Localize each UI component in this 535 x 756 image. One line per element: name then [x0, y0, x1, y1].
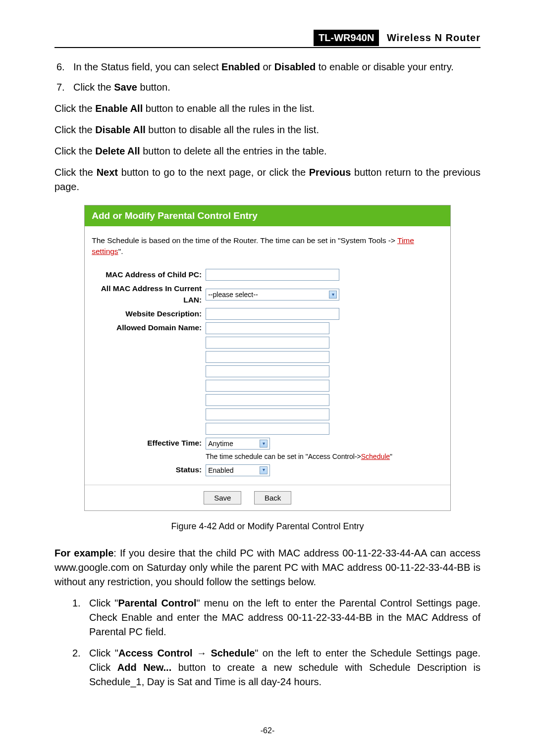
text: Click " [89, 598, 118, 608]
text: " [390, 453, 392, 460]
para-enable-all: Click the Enable All button to enable al… [54, 101, 481, 116]
para-delete-all: Click the Delete All button to delete al… [54, 144, 481, 158]
domain-input-8[interactable] [206, 423, 329, 435]
label-domain: Allowed Domain Name: [92, 322, 206, 333]
bold: Disable All [95, 124, 146, 135]
domain-input-6[interactable] [206, 394, 329, 406]
label-mac: MAC Address of Child PC: [92, 269, 206, 280]
row-allmac: All MAC Address In Current LAN: --please… [92, 283, 443, 305]
domain-input-1[interactable] [206, 322, 329, 334]
step-number: 6. [56, 60, 73, 74]
model-badge: TL-WR940N [314, 30, 379, 46]
text: The Schedule is based on the time of the… [92, 236, 397, 245]
text: button to enable all the rules in the li… [143, 103, 315, 114]
row-mac: MAC Address of Child PC: [92, 269, 443, 281]
figure-caption: Figure 4-42 Add or Modify Parental Contr… [54, 520, 481, 533]
row-domain: Allowed Domain Name: [92, 322, 443, 435]
router-title: Wireless N Router [387, 32, 481, 43]
para-disable-all: Click the Disable All button to disable … [54, 123, 481, 137]
domain-input-2[interactable] [206, 337, 329, 349]
example-lead: For example [54, 548, 113, 558]
text: to enable or disable your entry. [316, 61, 454, 72]
domain-input-7[interactable] [206, 408, 329, 420]
step-number: 2. [72, 646, 89, 689]
efftime-helper: The time schedule can be set in "Access … [206, 452, 443, 461]
bold: Next [97, 167, 118, 178]
schedule-link[interactable]: Schedule [361, 453, 390, 460]
label-allmac: All MAC Address In Current LAN: [92, 283, 206, 305]
enabled-word: Enabled [221, 61, 260, 72]
step-number: 1. [72, 596, 89, 639]
row-efftime: Effective Time: Anytime ▾ The time sched… [92, 438, 443, 461]
bold: Delete All [95, 146, 140, 156]
text: or [260, 61, 274, 72]
step-text: Click "Access Control → Schedule" on the… [89, 646, 481, 689]
para-navigation: Click the Next button to go to the next … [54, 165, 481, 194]
text: Click the [54, 124, 95, 135]
text: button to go to the next page, or click … [118, 167, 309, 178]
select-value: Anytime [208, 439, 233, 449]
step-text: Click "Parental Control" menu on the lef… [89, 596, 481, 639]
text: Click " [89, 648, 118, 658]
panel-body: The Schedule is based on the time of the… [85, 226, 450, 485]
bold: Access Control → Schedule [118, 648, 255, 658]
text: ". [118, 247, 123, 255]
example-step-1: 1. Click "Parental Control" menu on the … [72, 596, 481, 639]
save-button[interactable]: Save [204, 491, 241, 505]
disabled-word: Disabled [274, 61, 316, 72]
text: : If you desire that the child PC with M… [54, 548, 481, 587]
label-status: Status: [92, 464, 206, 475]
parental-control-panel: Add or Modify Parental Control Entry The… [84, 205, 451, 511]
text: In the Status field, you can select [73, 61, 221, 72]
step-6: 6. In the Status field, you can select E… [56, 60, 481, 74]
text: Click the [54, 146, 95, 156]
efftime-select[interactable]: Anytime ▾ [206, 438, 270, 450]
chevron-down-icon: ▾ [329, 291, 337, 299]
step-text: In the Status field, you can select Enab… [73, 60, 481, 74]
text: Click the [54, 103, 95, 114]
step-text: Click the Save button. [73, 80, 481, 95]
panel-footer: Save Back [85, 485, 450, 511]
page-number: -62- [0, 725, 535, 736]
mac-input[interactable] [206, 269, 339, 281]
step-7: 7. Click the Save button. [56, 80, 481, 95]
example-step-2: 2. Click "Access Control → Schedule" on … [72, 646, 481, 689]
text: The time schedule can be set in "Access … [206, 453, 361, 460]
back-button[interactable]: Back [254, 491, 291, 505]
step-number: 7. [56, 80, 73, 95]
save-word: Save [114, 82, 137, 93]
domain-input-3[interactable] [206, 351, 329, 363]
domain-input-4[interactable] [206, 365, 329, 377]
allmac-select[interactable]: --please select-- ▾ [206, 289, 339, 301]
webdesc-input[interactable] [206, 308, 339, 320]
text: button to disable all the rules in the l… [146, 124, 319, 135]
row-status: Status: Enabled ▾ [92, 464, 443, 476]
text: button. [137, 82, 170, 93]
bold: Parental Control [118, 598, 196, 608]
bold: Enable All [95, 103, 143, 114]
domain-input-5[interactable] [206, 380, 329, 392]
text: Click the [54, 167, 97, 178]
panel-title: Add or Modify Parental Control Entry [85, 205, 450, 226]
label-efftime: Effective Time: [92, 438, 206, 449]
select-value: Enabled [208, 465, 233, 475]
label-webdesc: Website Description: [92, 308, 206, 319]
chevron-down-icon: ▾ [260, 440, 268, 448]
status-select[interactable]: Enabled ▾ [206, 464, 270, 476]
bold: Previous [309, 167, 351, 178]
row-webdesc: Website Description: [92, 308, 443, 320]
text: Click the [73, 82, 114, 93]
example-steps: 1. Click "Parental Control" menu on the … [70, 596, 481, 689]
page-header: TL-WR940N Wireless N Router [54, 30, 481, 48]
example-paragraph: For example: If you desire that the chil… [54, 546, 481, 589]
chevron-down-icon: ▾ [260, 466, 268, 474]
select-value: --please select-- [208, 290, 258, 300]
text: button to delete all the entries in the … [140, 146, 327, 156]
bold: Add New... [117, 662, 171, 673]
panel-note: The Schedule is based on the time of the… [92, 235, 443, 257]
